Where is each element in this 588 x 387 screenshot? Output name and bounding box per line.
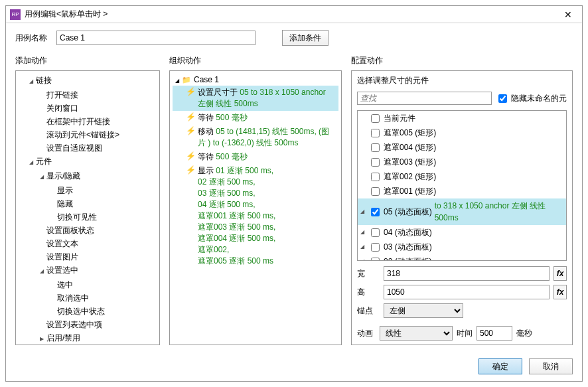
tree-item[interactable]: 滚动到元件<锚链接> (46, 130, 119, 139)
tree-item[interactable]: 设置面板状态 (46, 226, 94, 235)
time-input[interactable] (477, 326, 512, 341)
tree-item[interactable]: 选中 (57, 280, 73, 289)
height-label: 高 (357, 287, 380, 298)
widget-label: 当前元件 (384, 112, 415, 124)
org-action-move[interactable]: 移动 05 to (1481,15) 线性 500ms, (图片 ) to (-… (173, 125, 338, 150)
anim-select[interactable]: 线性 (380, 326, 453, 341)
tree-item[interactable]: 设置图片 (46, 252, 78, 262)
folder-icon (182, 75, 194, 84)
list-item[interactable]: 遮罩004 (矩形) (358, 140, 566, 155)
cfg-action-title: 配置动作 (351, 52, 573, 70)
tree-item[interactable]: 设置自适应视图 (46, 143, 102, 153)
widget-checkbox[interactable] (371, 187, 380, 196)
tree-sub-showhide[interactable]: 显示/隐藏 (46, 171, 80, 181)
bolt-icon (186, 112, 194, 121)
action-tree[interactable]: 链接 打开链接 关闭窗口 在框架中打开链接 滚动到元件<锚链接> 设置自适应视图… (15, 70, 160, 345)
list-item[interactable]: 04 (动态面板) (358, 225, 566, 240)
cancel-button[interactable]: 取消 (529, 358, 573, 374)
time-label: 时间 (457, 328, 473, 339)
chevron-down-icon[interactable] (360, 241, 364, 253)
close-icon[interactable]: ✕ (558, 9, 578, 20)
app-icon: RP (10, 9, 21, 20)
widget-label: 02 (动态面板) (384, 256, 432, 261)
org-action-wait[interactable]: 等待 500 毫秒 (173, 111, 338, 125)
anchor-label: 锚点 (357, 305, 380, 317)
bolt-icon (186, 126, 194, 135)
tree-item[interactable]: 关闭窗口 (46, 104, 78, 113)
tree-item[interactable]: 设置列表选中项 (46, 320, 102, 329)
tree-item[interactable]: 设置文本 (46, 239, 78, 248)
widget-list[interactable]: 当前元件遮罩005 (矩形)遮罩004 (矩形)遮罩003 (矩形)遮罩002 … (357, 110, 567, 261)
widget-label: 遮罩001 (矩形) (384, 185, 436, 197)
org-action-list[interactable]: ◢Case 1 设置尺寸于 05 to 318 x 1050 anchor 左侧… (169, 70, 342, 345)
widget-label: 遮罩003 (矩形) (384, 156, 436, 168)
widget-label: 05 (动态面板) (384, 206, 432, 218)
width-input[interactable] (384, 266, 550, 281)
tree-item[interactable]: 打开链接 (46, 90, 78, 100)
bolt-icon (186, 165, 194, 175)
tree-item[interactable]: 切换选中状态 (57, 307, 105, 316)
widget-checkbox[interactable] (371, 158, 380, 167)
case-name-input[interactable] (56, 31, 256, 45)
org-action-wait2[interactable]: 等待 500 毫秒 (173, 150, 338, 164)
list-item[interactable]: 遮罩005 (矩形) (358, 125, 566, 140)
list-item[interactable]: 03 (动态面板) (358, 240, 566, 254)
tree-sub-selected[interactable]: 设置选中 (46, 266, 78, 275)
tree-group-widget[interactable]: 元件 (36, 157, 52, 166)
widget-checkbox[interactable] (371, 114, 380, 123)
list-item[interactable]: 当前元件 (358, 111, 566, 125)
widget-checkbox[interactable] (371, 228, 380, 237)
chevron-down-icon[interactable] (360, 256, 364, 261)
hide-unnamed-checkbox[interactable] (498, 94, 507, 103)
chevron-down-icon[interactable] (360, 226, 364, 238)
case-editor-dialog: RP 用例编辑<鼠标单击时 > ✕ 用例名称 添加条件 添加动作 链接 打开链接… (5, 5, 583, 382)
widget-checkbox[interactable] (371, 258, 380, 262)
tree-item[interactable]: 启用/禁用 (46, 333, 80, 343)
tree-group-link[interactable]: 链接 (36, 76, 52, 85)
widget-checkbox[interactable] (371, 173, 380, 181)
org-action-show[interactable]: 显示 01 逐渐 500 ms, 02 逐渐 500 ms, 03 逐渐 500… (173, 164, 338, 268)
widget-checkbox[interactable] (371, 243, 380, 252)
config-panel: 选择调整尺寸的元件 隐藏未命名的元 当前元件遮罩005 (矩形)遮罩004 (矩… (351, 70, 573, 345)
fx-button[interactable]: fx (553, 285, 567, 299)
time-unit: 毫秒 (516, 328, 532, 339)
org-action-title: 组织动作 (169, 52, 342, 70)
widget-checkbox[interactable] (371, 129, 380, 137)
select-widget-prompt: 选择调整尺寸的元件 (357, 75, 567, 86)
tree-item[interactable]: 在框架中打开链接 (46, 117, 110, 126)
list-item[interactable]: 遮罩001 (矩形) (358, 184, 566, 198)
height-input[interactable] (384, 285, 550, 299)
tree-item[interactable]: 切换可见性 (57, 212, 97, 222)
dialog-title: 用例编辑<鼠标单击时 > (25, 9, 558, 20)
ok-button[interactable]: 确定 (478, 358, 522, 374)
tree-item[interactable]: 隐藏 (57, 199, 73, 208)
add-condition-button[interactable]: 添加条件 (282, 30, 329, 46)
add-action-title: 添加动作 (15, 52, 160, 70)
widget-extra: to 318 x 1050 anchor 左侧 线性 500ms (435, 200, 563, 224)
anchor-select[interactable]: 左侧 (384, 303, 463, 318)
tree-item[interactable]: 取消选中 (57, 293, 89, 303)
hide-unnamed-label: 隐藏未命名的元 (511, 93, 567, 104)
fx-button[interactable]: fx (553, 266, 567, 281)
widget-label: 04 (动态面板) (384, 226, 432, 238)
widget-label: 遮罩004 (矩形) (384, 141, 436, 153)
anim-label: 动画 (357, 328, 376, 339)
org-action-setsize[interactable]: 设置尺寸于 05 to 318 x 1050 anchor 左侧 线性 500m… (173, 86, 338, 111)
widget-label: 遮罩005 (矩形) (384, 127, 436, 139)
bolt-icon (186, 151, 194, 161)
widget-checkbox[interactable] (371, 208, 380, 216)
list-item[interactable]: 02 (动态面板) (358, 254, 566, 261)
chevron-down-icon[interactable] (360, 206, 364, 218)
case-name-label: 用例名称 (15, 33, 47, 44)
widget-label: 遮罩002 (矩形) (384, 171, 436, 183)
top-row: 用例名称 添加条件 (6, 23, 582, 52)
list-item[interactable]: 遮罩003 (矩形) (358, 155, 566, 169)
titlebar: RP 用例编辑<鼠标单击时 > ✕ (6, 6, 582, 23)
dialog-footer: 确定 取消 (6, 352, 582, 381)
search-input[interactable] (357, 92, 492, 105)
widget-checkbox[interactable] (371, 143, 380, 152)
tree-item[interactable]: 显示 (57, 186, 73, 195)
list-item[interactable]: 遮罩002 (矩形) (358, 169, 566, 184)
list-item[interactable]: 05 (动态面板) to 318 x 1050 anchor 左侧 线性 500… (358, 198, 566, 225)
case-label[interactable]: Case 1 (194, 75, 219, 84)
